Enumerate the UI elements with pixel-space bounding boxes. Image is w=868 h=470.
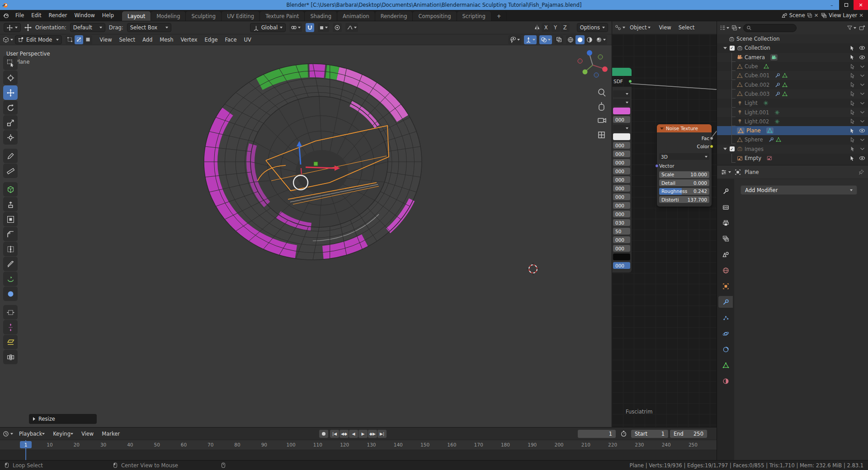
color-swatch[interactable] [613, 133, 630, 140]
workspace-tab-layout[interactable]: Layout [122, 11, 151, 21]
viewport-menu-edge[interactable]: Edge [201, 37, 222, 43]
viewport-menu-vertex[interactable]: Vertex [177, 37, 201, 43]
properties-tab-world[interactable] [718, 264, 733, 276]
node-value-field[interactable]: 000 [613, 245, 630, 252]
mesh-data-icon[interactable] [776, 137, 781, 142]
viewport-menu-face[interactable]: Face [222, 37, 241, 43]
preview-range-icon[interactable] [620, 430, 627, 437]
properties-editor-type-button[interactable] [721, 169, 731, 175]
hidden-eye-icon[interactable] [859, 82, 865, 88]
tool-loop-cut[interactable] [3, 242, 18, 256]
xray-toggle[interactable] [555, 35, 563, 44]
show-gizmo-dropdown[interactable] [524, 35, 537, 44]
vertex-select-button[interactable] [66, 35, 74, 44]
tool-move[interactable] [3, 85, 18, 100]
orientation-dropdown[interactable]: Default [70, 23, 105, 32]
tool-shrink-fatten[interactable] [3, 320, 18, 334]
snap-toggle[interactable] [306, 23, 314, 32]
selectable-toggle-icon[interactable] [849, 109, 855, 115]
node-value-field[interactable]: 000 [613, 116, 630, 123]
new-scene-icon[interactable] [807, 13, 812, 18]
workspace-tab-compositing[interactable]: Compositing [413, 11, 457, 21]
mirror-y-toggle[interactable]: Y [551, 23, 560, 32]
camera-data-icon[interactable] [771, 55, 777, 60]
add-modifier-button[interactable]: Add Modifier [741, 185, 857, 195]
timeline-menu-playback[interactable]: Playback [15, 431, 49, 437]
node-value-field[interactable]: 000 [613, 159, 630, 166]
sdf-output-socket[interactable] [628, 80, 632, 83]
outliner-row-empty[interactable]: Empty [717, 154, 868, 163]
tool-inset-faces[interactable] [3, 212, 18, 226]
editor-type-button[interactable] [615, 24, 625, 31]
viewport-canvas[interactable] [0, 45, 612, 427]
selectable-toggle-icon[interactable] [849, 54, 855, 60]
node-value-field[interactable]: 000 [613, 202, 630, 209]
node-value-field[interactable]: 000 [613, 142, 630, 149]
axis-z-neg-ball[interactable] [594, 73, 599, 77]
axis-y-neg-ball[interactable] [598, 55, 603, 59]
view-layer-selector[interactable]: View Layer ✕ [821, 12, 863, 19]
timeline-menu-marker[interactable]: Marker [98, 431, 124, 437]
tool-spin[interactable] [3, 272, 18, 286]
new-collection-button[interactable] [859, 25, 865, 31]
clipped-node-dropdown[interactable] [613, 90, 630, 97]
current-frame-badge[interactable]: 1 [20, 441, 32, 448]
node-value-field[interactable]: 000 [613, 150, 630, 157]
properties-tab-object[interactable] [718, 280, 733, 292]
properties-tab-material[interactable] [718, 375, 733, 387]
selectable-toggle-icon[interactable] [849, 146, 855, 152]
light-data-icon[interactable] [774, 119, 780, 124]
outliner-row-cube-002[interactable]: Cube.002 [717, 80, 868, 89]
snap-settings-dropdown[interactable] [318, 23, 329, 32]
mesh-data-icon[interactable] [782, 73, 788, 78]
outliner-row-light-001[interactable]: Light.001 [717, 108, 868, 117]
outliner-row-light[interactable]: Light [717, 99, 868, 108]
tool-edge-slide[interactable] [3, 305, 18, 320]
preview-range-icon[interactable] [620, 430, 627, 437]
auto-keyframe-button[interactable] [319, 430, 328, 438]
shading-wireframe-button[interactable] [566, 35, 575, 44]
output-socket-color[interactable] [710, 145, 713, 148]
selectable-toggle-icon[interactable] [849, 155, 855, 161]
prev-keyframe-button[interactable]: ◀◆ [340, 430, 349, 438]
tool-smooth[interactable] [3, 287, 18, 301]
hidden-eye-icon[interactable] [859, 91, 865, 97]
outliner-row-images[interactable]: ✓Images [717, 145, 868, 154]
hidden-eye-icon[interactable] [859, 118, 865, 124]
tool-shear[interactable] [3, 335, 18, 349]
collection-checkbox[interactable]: ✓ [730, 46, 735, 51]
zoom-view-icon[interactable] [599, 89, 605, 96]
shading-material-button[interactable] [585, 35, 594, 44]
menu-window[interactable]: Window [71, 12, 98, 19]
timeline-ruler[interactable]: 1020304050607080901001101201301401501601… [0, 440, 717, 450]
selectable-toggle-icon[interactable] [849, 118, 855, 124]
mesh-data-icon[interactable] [782, 82, 788, 88]
properties-tab-particles[interactable] [718, 312, 733, 324]
image-data-icon[interactable] [767, 155, 772, 161]
selectable-toggle-icon[interactable] [849, 100, 855, 106]
pan-view-icon[interactable] [599, 102, 604, 110]
selectable-toggle-icon[interactable] [849, 73, 855, 79]
selectable-toggle-icon[interactable] [849, 45, 855, 51]
node-value-field[interactable]: 000 [613, 262, 630, 269]
workspace-tab-rendering[interactable]: Rendering [375, 11, 413, 21]
workspace-tab-modeling[interactable]: Modeling [151, 11, 186, 21]
axis-y-ball[interactable] [583, 70, 588, 75]
remove-view-layer-icon[interactable]: ✕ [859, 12, 863, 19]
light-data-icon[interactable] [763, 100, 769, 106]
color-swatch[interactable] [613, 254, 630, 260]
operator-panel[interactable]: Resize [29, 414, 97, 424]
noise-param-detail[interactable]: Detail0.000 [659, 179, 709, 186]
timeline-menu-view[interactable]: View [77, 431, 98, 437]
navigation-gizmo[interactable] [578, 50, 608, 77]
shading-type-dropdown[interactable]: Object [630, 24, 651, 31]
tool-rotate[interactable] [3, 100, 18, 115]
mirror-x-toggle[interactable]: X [542, 23, 551, 32]
modifier-wrench-icon[interactable] [769, 137, 774, 142]
clipped-node-dropdown[interactable] [613, 99, 630, 106]
workspace-tab-scripting[interactable]: Scripting [457, 11, 491, 21]
prev-frame-button[interactable]: ◀ [349, 430, 358, 438]
workspace-tab-sculpting[interactable]: Sculpting [186, 11, 222, 21]
outliner-filter-type-dropdown[interactable] [731, 25, 741, 31]
frame-start-field[interactable]: Start1 [631, 430, 668, 438]
